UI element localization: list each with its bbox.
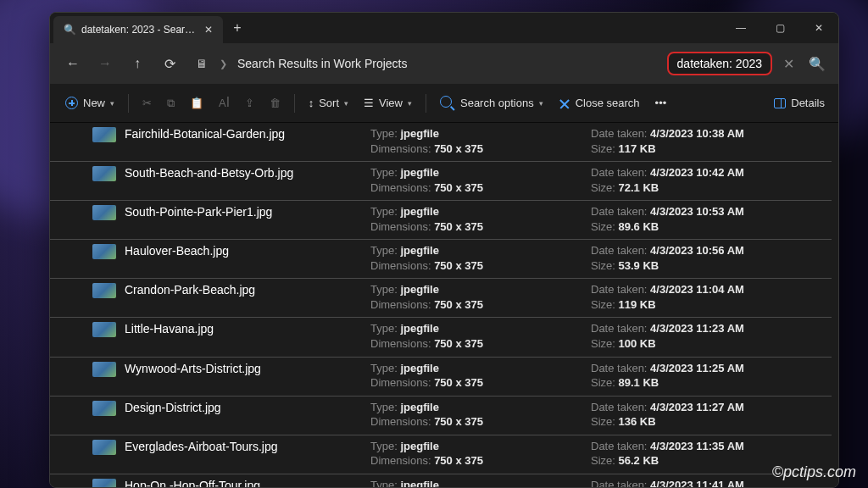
file-row[interactable]: Little-Havana.jpgType: jpegfileDimension… <box>50 318 832 357</box>
share-icon: ⇪ <box>245 97 254 109</box>
file-list[interactable]: Fairchild-Botanical-Garden.jpgType: jpeg… <box>50 123 838 487</box>
close-icon <box>559 97 570 109</box>
file-meta: Type: jpegfileDimensions: 750 x 375 <box>370 165 591 195</box>
file-meta: Type: jpegfileDimensions: 750 x 375 <box>370 126 591 156</box>
chevron-down-icon: ▾ <box>408 99 412 108</box>
file-meta: Type: jpegfileDimensions: 750 x 375 <box>370 321 591 351</box>
breadcrumb-text: Search Results in Work Projects <box>237 57 407 70</box>
file-row[interactable]: Fairchild-Botanical-Garden.jpgType: jpeg… <box>50 123 832 162</box>
details-pane-icon <box>774 98 786 108</box>
chevron-down-icon: ▾ <box>539 99 543 108</box>
file-thumbnail <box>92 283 116 298</box>
file-row[interactable]: South-Pointe-Park-Pier1.jpgType: jpegfil… <box>50 201 832 240</box>
delete-button: 🗑 <box>263 89 287 118</box>
file-name: Crandon-Park-Beach.jpg <box>125 282 370 297</box>
new-tab-button[interactable]: + <box>223 13 252 43</box>
file-row[interactable]: Crandon-Park-Beach.jpgType: jpegfileDime… <box>50 279 832 318</box>
view-button[interactable]: ☰ View ▾ <box>357 89 419 118</box>
command-bar: New ▾ ✂ ⧉ 📋 Aꟾ ⇪ 🗑 ↕ Sort ▾ ☰ View ▾ Sea… <box>50 84 838 123</box>
file-date-size: Date taken: 4/3/2023 11:35 AMSize: 56.2 … <box>591 439 832 469</box>
ellipsis-icon: ••• <box>655 97 667 109</box>
file-name: Everglades-Airboat-Tours.jpg <box>125 439 370 453</box>
file-name: Wynwood-Arts-District.jpg <box>125 361 370 375</box>
search-options-button[interactable]: Search options ▾ <box>433 89 550 118</box>
file-date-size: Date taken: 4/3/2023 11:04 AMSize: 119 K… <box>591 282 832 312</box>
scissors-icon: ✂ <box>142 97 152 109</box>
file-row[interactable]: South-Beach-and-Betsy-Orb.jpgType: jpegf… <box>50 162 832 201</box>
file-meta: Type: jpegfileDimensions: 750 x 375 <box>370 361 591 391</box>
file-meta: Type: jpegfileDimensions: 750 x 375 <box>370 478 591 487</box>
more-button[interactable]: ••• <box>648 89 674 118</box>
navigation-bar: ← → ↑ ⟳ 🖥 ❯ Search Results in Work Proje… <box>50 43 838 84</box>
back-button[interactable]: ← <box>58 49 87 78</box>
sort-button[interactable]: ↕ Sort ▾ <box>302 89 355 118</box>
plus-icon <box>65 97 78 109</box>
maximize-button[interactable]: ▢ <box>760 13 799 43</box>
file-name: Haulover-Beach.jpg <box>125 243 370 258</box>
file-thumbnail <box>92 244 116 259</box>
file-meta: Type: jpegfileDimensions: 750 x 375 <box>370 204 591 234</box>
file-date-size: Date taken: 4/3/2023 10:53 AMSize: 89.6 … <box>591 204 832 234</box>
file-row[interactable]: Hop-On,-Hop-Off-Tour.jpgType: jpegfileDi… <box>50 474 832 487</box>
file-date-size: Date taken: 4/3/2023 10:38 AMSize: 117 K… <box>591 126 832 156</box>
file-meta: Type: jpegfileDimensions: 750 x 375 <box>370 243 591 273</box>
view-icon: ☰ <box>364 97 374 109</box>
titlebar: 🔍 datetaken: 2023 - Search Resu ✕ + — ▢ … <box>50 13 838 43</box>
explorer-window: 🔍 datetaken: 2023 - Search Resu ✕ + — ▢ … <box>49 12 839 488</box>
file-thumbnail <box>92 440 116 455</box>
titlebar-drag-area[interactable] <box>252 13 721 43</box>
file-name: Hop-On,-Hop-Off-Tour.jpg <box>125 478 370 487</box>
file-name: Fairchild-Botanical-Garden.jpg <box>125 126 370 141</box>
breadcrumb-chevron-icon: ❯ <box>220 58 227 69</box>
file-thumbnail <box>92 401 116 416</box>
file-thumbnail <box>92 205 116 220</box>
active-tab[interactable]: 🔍 datetaken: 2023 - Search Resu ✕ <box>53 16 223 43</box>
file-date-size: Date taken: 4/3/2023 11:27 AMSize: 136 K… <box>591 400 832 430</box>
file-date-size: Date taken: 4/3/2023 10:56 AMSize: 53.9 … <box>591 243 832 273</box>
file-row[interactable]: Everglades-Airboat-Tours.jpgType: jpegfi… <box>50 435 832 474</box>
file-date-size: Date taken: 4/3/2023 11:25 AMSize: 89.1 … <box>591 361 832 391</box>
minimize-button[interactable]: — <box>721 13 760 43</box>
trash-icon: 🗑 <box>270 97 281 109</box>
clear-search-button[interactable]: ✕ <box>776 56 801 72</box>
file-name: Design-District.jpg <box>125 400 370 414</box>
file-meta: Type: jpegfileDimensions: 750 x 375 <box>370 400 591 430</box>
file-name: South-Pointe-Park-Pier1.jpg <box>125 204 370 219</box>
search-options-icon <box>440 96 455 111</box>
chevron-down-icon: ▾ <box>344 99 348 108</box>
file-thumbnail <box>92 322 116 337</box>
refresh-button[interactable]: ⟳ <box>155 49 184 78</box>
rename-button: Aꟾ <box>212 89 236 118</box>
details-pane-button[interactable]: Details <box>769 97 830 109</box>
file-thumbnail <box>92 166 116 181</box>
chevron-down-icon: ▾ <box>110 99 114 108</box>
breadcrumb[interactable]: Search Results in Work Projects <box>231 57 664 70</box>
new-button[interactable]: New ▾ <box>58 89 121 118</box>
file-thumbnail <box>92 362 116 377</box>
file-meta: Type: jpegfileDimensions: 750 x 375 <box>370 282 591 312</box>
file-row[interactable]: Design-District.jpgType: jpegfileDimensi… <box>50 396 832 435</box>
up-button[interactable]: ↑ <box>123 49 152 78</box>
file-date-size: Date taken: 4/3/2023 10:42 AMSize: 72.1 … <box>591 165 832 195</box>
file-row[interactable]: Haulover-Beach.jpgType: jpegfileDimensio… <box>50 240 832 279</box>
file-row[interactable]: Wynwood-Arts-District.jpgType: jpegfileD… <box>50 358 832 396</box>
copy-button: ⧉ <box>160 89 181 118</box>
close-search-button[interactable]: Close search <box>552 89 647 118</box>
share-button: ⇪ <box>238 89 261 118</box>
tab-title: datetaken: 2023 - Search Resu <box>81 24 198 36</box>
search-icon: 🔍 <box>64 24 76 36</box>
forward-button[interactable]: → <box>91 49 120 78</box>
search-submit-button[interactable]: 🔍 <box>804 56 830 72</box>
close-window-button[interactable]: ✕ <box>799 13 838 43</box>
pc-icon[interactable]: 🖥 <box>187 49 216 78</box>
sort-icon: ↕ <box>309 97 314 109</box>
search-box[interactable]: datetaken: 2023 <box>667 52 772 75</box>
copy-icon: ⧉ <box>167 97 175 110</box>
paste-icon: 📋 <box>190 97 203 109</box>
rename-icon: Aꟾ <box>219 97 230 109</box>
cut-button: ✂ <box>136 89 159 118</box>
close-tab-button[interactable]: ✕ <box>203 24 214 36</box>
file-date-size: Date taken: 4/3/2023 11:41 AMSize: 105 K… <box>591 478 832 487</box>
file-name: Little-Havana.jpg <box>125 321 370 336</box>
file-name: South-Beach-and-Betsy-Orb.jpg <box>125 165 370 180</box>
